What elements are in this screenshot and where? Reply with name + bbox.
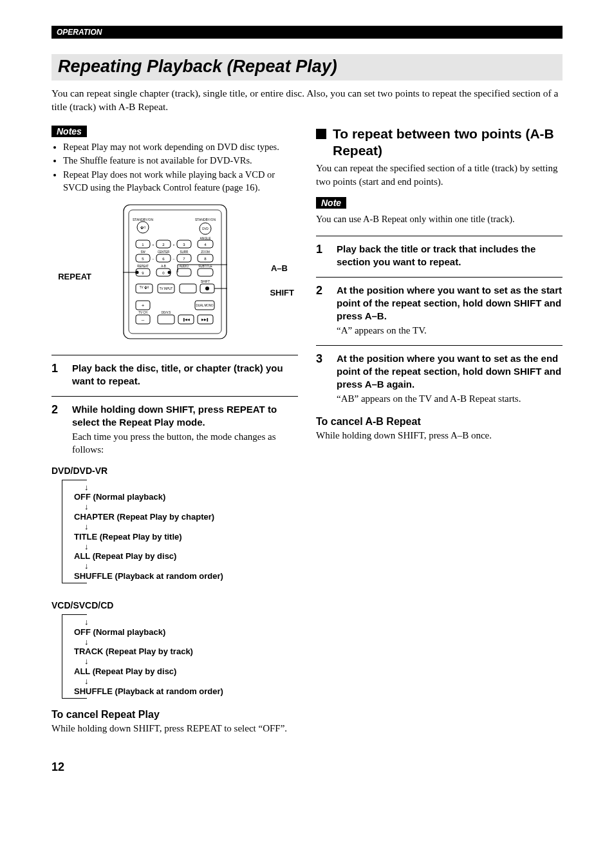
down-arrow-icon: ↓: [62, 562, 298, 570]
remote-svg: STANDBY/ON ⏻/I STANDBY/ON DVD ANGLE 1 + …: [123, 204, 227, 339]
right-intro: You can repeat the specified section of …: [316, 162, 563, 188]
callout-repeat: REPEAT: [51, 272, 91, 281]
note-item: Repeat Play does not work while playing …: [63, 169, 298, 194]
down-arrow-icon: ↓: [62, 618, 298, 626]
mode-diagram: ↓ OFF (Normal playback) ↓ TRACK (Repeat …: [62, 614, 298, 699]
svg-text:TV ⏻/I: TV ⏻/I: [139, 286, 149, 289]
mode-item: TRACK (Repeat Play by track): [62, 646, 298, 656]
notes-list: Repeat Play may not work depending on DV…: [51, 141, 298, 194]
step-item: 1 Play back the disc, title, or chapter …: [51, 362, 298, 388]
svg-text:⏻/I: ⏻/I: [140, 225, 145, 229]
svg-text:CENTER: CENTER: [157, 250, 169, 254]
svg-text:–: –: [152, 257, 154, 261]
step-item: 1 Play back the title or track that incl…: [316, 243, 563, 269]
step-plain: Each time you press the button, the mode…: [72, 430, 298, 457]
svg-text:+: +: [141, 303, 144, 308]
down-arrow-icon: ↓: [62, 657, 298, 665]
svg-text:ANGLE: ANGLE: [200, 236, 211, 240]
divider: [51, 355, 298, 355]
mode-group-heading: DVD/DVD-VR: [51, 466, 298, 476]
step-number: 2: [316, 284, 328, 337]
divider: [51, 396, 298, 397]
step-number: 2: [51, 403, 63, 457]
step-bold: At the position where you want to set as…: [337, 352, 563, 392]
note-item: Repeat Play may not work depending on DV…: [63, 141, 298, 154]
page-number: 12: [51, 760, 563, 774]
svg-text:STANDBY/ON: STANDBY/ON: [132, 218, 153, 222]
svg-text:SURR: SURR: [180, 250, 189, 254]
step-item: 2 While holding down SHIFT, press REPEAT…: [51, 403, 298, 457]
svg-text:TV INPUT: TV INPUT: [159, 287, 172, 290]
svg-text:+: +: [172, 243, 174, 247]
mode-item: TITLE (Repeat Play by title): [62, 532, 298, 542]
cancel-body: While holding down SHIFT, press REPEAT t…: [51, 722, 298, 735]
step-bold: While holding down SHIFT, press REPEAT t…: [72, 403, 298, 429]
remote-diagram: REPEAT A–B SHIFT STANDBY/ON ⏻/I STANDBY/…: [51, 202, 298, 343]
mode-item: ALL (Repeat Play by disc): [62, 666, 298, 676]
callout-shift: SHIFT: [270, 288, 294, 297]
down-arrow-icon: ↓: [62, 484, 298, 491]
section-header: OPERATION: [51, 26, 563, 39]
mode-group-heading: VCD/SVCD/CD: [51, 600, 298, 610]
step-item: 3 At the position where you want to set …: [316, 352, 563, 406]
cancel-body: While holding down SHIFT, press A–B once…: [316, 429, 563, 442]
svg-text:TV CH: TV CH: [138, 311, 147, 314]
step-number: 1: [51, 362, 63, 388]
cancel-heading: To cancel A-B Repeat: [316, 416, 563, 428]
step-number: 1: [316, 243, 328, 269]
svg-text:AUDIO: AUDIO: [179, 265, 189, 268]
note-label: Note: [316, 197, 346, 209]
mode-item: CHAPTER (Repeat Play by chapter): [62, 512, 298, 522]
page-title: Repeating Playback (Repeat Play): [58, 57, 556, 77]
section-heading: To repeat between two points (A-B Repeat…: [316, 126, 563, 160]
svg-point-52: [205, 287, 209, 290]
step-plain: “A” appears on the TV.: [337, 324, 563, 337]
svg-rect-41: [177, 269, 191, 276]
svg-text:–: –: [172, 257, 174, 261]
mode-item: ALL (Repeat Play by disc): [62, 551, 298, 561]
svg-text:REPEAT: REPEAT: [137, 265, 149, 268]
svg-point-43: [135, 271, 138, 274]
mode-item: OFF (Normal playback): [62, 627, 298, 637]
svg-text:DD/V.S: DD/V.S: [161, 311, 171, 314]
callout-ab: A–B: [271, 263, 288, 273]
svg-text:SW: SW: [140, 250, 145, 254]
right-column: To repeat between two points (A-B Repeat…: [316, 126, 563, 735]
title-bar: Repeating Playback (Repeat Play): [51, 54, 563, 80]
step-plain: “AB” appears on the TV and A-B Repeat st…: [337, 392, 563, 405]
down-arrow-icon: ↓: [62, 677, 298, 685]
down-arrow-icon: ↓: [62, 503, 298, 511]
svg-text:A-B: A-B: [161, 265, 166, 268]
square-bullet-icon: [316, 129, 326, 139]
divider: [316, 345, 563, 346]
mode-item: SHUFFLE (Playback at random order): [62, 571, 298, 581]
cancel-heading: To cancel Repeat Play: [51, 709, 298, 721]
mode-item: OFF (Normal playback): [62, 492, 298, 502]
step-item: 2 At the position where you want to set …: [316, 284, 563, 337]
note-item: The Shuffle feature is not available for…: [63, 155, 298, 167]
mode-item: SHUFFLE (Playback at random order): [62, 686, 298, 696]
intro-text: You can repeat single chapter (track), s…: [51, 87, 563, 114]
step-bold: At the position where you want to set as…: [337, 284, 563, 323]
svg-text:+: +: [152, 243, 154, 247]
svg-text:–: –: [141, 317, 144, 323]
notes-label: Notes: [51, 126, 87, 137]
divider: [316, 277, 563, 278]
svg-rect-42: [198, 269, 213, 276]
section-heading-text: To repeat between two points (A-B Repeat…: [333, 126, 563, 160]
svg-text:SUBTITLE: SUBTITLE: [198, 265, 212, 268]
mode-diagram: ↓ OFF (Normal playback) ↓ CHAPTER (Repea…: [62, 480, 298, 583]
divider: [316, 236, 563, 236]
svg-point-44: [167, 271, 171, 274]
svg-text:STANDBY/ON: STANDBY/ON: [194, 218, 216, 222]
down-arrow-icon: ↓: [62, 638, 298, 646]
svg-rect-59: [158, 315, 174, 324]
left-column: Notes Repeat Play may not work depending…: [51, 126, 298, 735]
step-bold: Play back the disc, title, or chapter (t…: [72, 362, 298, 388]
step-bold: Play back the title or track that includ…: [337, 243, 563, 269]
step-number: 3: [316, 352, 328, 406]
down-arrow-icon: ↓: [62, 523, 298, 531]
svg-rect-50: [180, 284, 196, 293]
svg-text:DVD: DVD: [202, 227, 209, 231]
svg-text:DUAL MONO: DUAL MONO: [196, 304, 214, 307]
